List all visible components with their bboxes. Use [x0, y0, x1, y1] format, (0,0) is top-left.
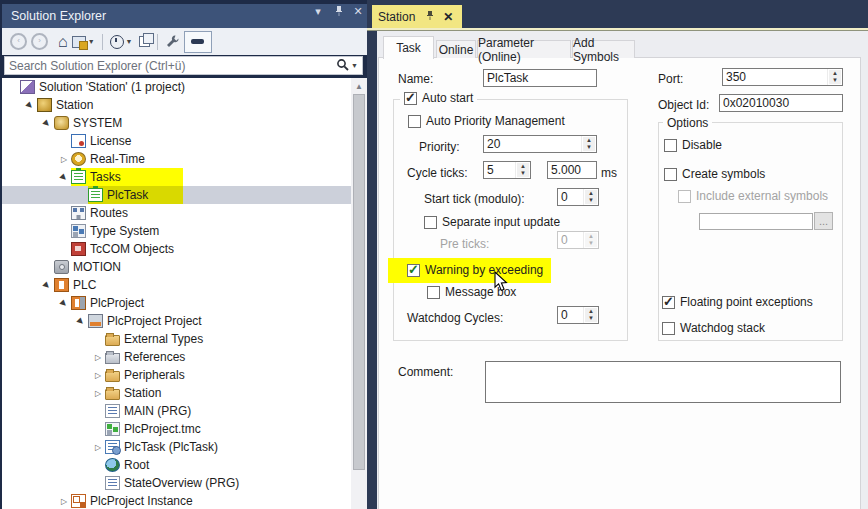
tree-item-stateoverview-prg[interactable]: StateOverview (PRG): [2, 474, 367, 492]
tree-item-plctask[interactable]: PlcTask: [2, 186, 367, 204]
preview-selected-items-toggle[interactable]: [184, 31, 212, 53]
plcproject-icon: [71, 296, 86, 310]
collapse-arrow-icon[interactable]: ▷: [91, 389, 105, 398]
browse-ellipsis-button[interactable]: ...: [814, 212, 833, 230]
tree-item-real-time[interactable]: ▷Real-Time: [2, 150, 367, 168]
external-symbols-input[interactable]: [699, 213, 813, 230]
pin-icon[interactable]: [331, 5, 347, 19]
tree-item-license[interactable]: License: [2, 132, 367, 150]
watchdog-cycles-label: Watchdog Cycles:: [407, 311, 503, 325]
routes-icon: [71, 206, 86, 220]
folder-icon: [105, 335, 120, 346]
document-tab-label: Station: [378, 10, 415, 24]
forward-icon[interactable]: ›: [31, 31, 48, 53]
tab-online[interactable]: Online: [436, 40, 476, 58]
expand-arrow-icon[interactable]: ▶: [73, 313, 89, 329]
tree-item-motion[interactable]: MOTION: [2, 258, 367, 276]
yellow-highlight: PlcTask: [88, 186, 183, 204]
name-input[interactable]: [483, 69, 597, 87]
tree-item-solution[interactable]: Solution 'Station' (1 project): [2, 78, 367, 96]
sync-active-document-icon[interactable]: [139, 31, 150, 53]
scrollbar-thumb[interactable]: [353, 94, 365, 470]
tree-item-external-types[interactable]: External Types: [2, 330, 367, 348]
expand-arrow-icon[interactable]: ▶: [39, 277, 55, 293]
tree-item-peripherals[interactable]: ▷Peripherals: [2, 366, 367, 384]
switch-views-icon[interactable]: ▼: [72, 31, 95, 53]
object-id-input[interactable]: [719, 94, 843, 112]
home-icon[interactable]: ⌂: [58, 31, 68, 53]
pending-changes-filter-icon[interactable]: ▼: [110, 31, 133, 53]
tree-item-tasks[interactable]: ▶Tasks: [2, 168, 367, 186]
motion-icon: [54, 260, 69, 274]
auto-start-checkbox[interactable]: Auto start: [400, 91, 477, 105]
disable-checkbox[interactable]: Disable: [664, 138, 722, 152]
start-tick-label: Start tick (modulo):: [424, 192, 525, 206]
expand-arrow-icon[interactable]: ▶: [56, 295, 72, 311]
document-tab-station[interactable]: Station ✕: [372, 5, 462, 28]
tree-item-plcproject-project[interactable]: ▶PlcProject Project: [2, 312, 367, 330]
collapse-arrow-icon[interactable]: ▷: [91, 443, 105, 452]
comment-input[interactable]: [485, 361, 841, 403]
search-icon[interactable]: [336, 58, 349, 74]
folder-icon: [105, 389, 120, 400]
collapse-arrow-icon[interactable]: ▷: [57, 497, 71, 506]
tree-item-main-prg[interactable]: MAIN (PRG): [2, 402, 367, 420]
tree-item-routes[interactable]: Routes: [2, 204, 367, 222]
back-icon[interactable]: ‹: [10, 31, 27, 53]
tab-pin-icon[interactable]: [425, 10, 435, 24]
tree-item-type-system[interactable]: Type System: [2, 222, 367, 240]
tree-item-root[interactable]: Root: [2, 456, 367, 474]
window-position-chevron-icon[interactable]: ▾: [310, 5, 326, 18]
tree-item-references[interactable]: ▷References: [2, 348, 367, 366]
expand-arrow-icon[interactable]: ▶: [22, 97, 38, 113]
spinner-buttons[interactable]: ▲▼: [827, 69, 842, 85]
collapse-arrow-icon[interactable]: ▷: [57, 155, 71, 164]
expand-arrow-icon[interactable]: ▶: [39, 115, 55, 131]
spinner-buttons[interactable]: ▲▼: [583, 189, 598, 205]
search-box[interactable]: Search Solution Explorer (Ctrl+ü) ▼: [4, 56, 363, 75]
tab-add-symbols[interactable]: Add Symbols: [572, 40, 635, 58]
properties-wrench-icon[interactable]: [165, 31, 180, 53]
watchdog-stack-checkbox[interactable]: Watchdog stack: [662, 321, 765, 335]
mouse-cursor: [494, 271, 509, 295]
toolbar-separator: [102, 34, 103, 50]
priority-stepper[interactable]: 20▲▼: [483, 135, 597, 153]
references-folder-icon: [105, 353, 120, 364]
search-input[interactable]: Search Solution Explorer (Ctrl+ü): [9, 59, 336, 73]
cycle-ticks-label: Cycle ticks:: [407, 166, 468, 180]
watchdog-cycles-stepper[interactable]: 0▲▼: [557, 306, 599, 324]
collapse-arrow-icon[interactable]: ▷: [91, 353, 105, 362]
start-tick-stepper[interactable]: 0▲▼: [557, 188, 599, 206]
spinner-buttons[interactable]: ▲▼: [583, 307, 598, 323]
spinner-buttons[interactable]: ▲▼: [581, 136, 596, 152]
warning-by-exceeding-checkbox[interactable]: Warning by exceeding: [407, 263, 543, 277]
tree-item-plc[interactable]: ▶PLC: [2, 276, 367, 294]
tab-close-icon[interactable]: ✕: [443, 10, 453, 24]
expand-arrow-icon[interactable]: ▶: [56, 169, 72, 185]
search-options-chevron-icon[interactable]: ▼: [351, 62, 358, 69]
close-icon[interactable]: ✕: [350, 5, 366, 18]
scrollbar-up-arrow[interactable]: ▲: [355, 82, 363, 91]
tree-item-station[interactable]: ▶Station: [2, 96, 367, 114]
panel-divider[interactable]: [367, 0, 377, 509]
tree-item-tccom-objects[interactable]: TcCOM Objects: [2, 240, 367, 258]
tccom-icon: [71, 242, 86, 256]
tree-item-plctask-ref[interactable]: ▷PlcTask (PlcTask): [2, 438, 367, 456]
create-symbols-checkbox[interactable]: Create symbols: [664, 167, 765, 181]
priority-label: Priority:: [419, 140, 460, 154]
collapse-arrow-icon[interactable]: ▷: [91, 371, 105, 380]
cycle-time-input[interactable]: [547, 161, 597, 179]
cycle-ticks-stepper[interactable]: 5▲▼: [483, 161, 531, 179]
spinner-buttons[interactable]: ▲▼: [515, 162, 530, 178]
port-stepper[interactable]: 350▲▼: [722, 68, 843, 86]
auto-priority-checkbox[interactable]: Auto Priority Management: [408, 114, 565, 128]
tree-item-plcproject-tmc[interactable]: PlcProject.tmc: [2, 420, 367, 438]
tree-item-plcproject-instance[interactable]: ▷PlcProject Instance: [2, 492, 367, 509]
separate-input-update-checkbox[interactable]: Separate input update: [424, 215, 560, 229]
tree-item-station-folder[interactable]: ▷Station: [2, 384, 367, 402]
tree-item-plcproject[interactable]: ▶PlcProject: [2, 294, 367, 312]
tab-parameter-online[interactable]: Parameter (Online): [477, 40, 571, 58]
floating-point-exceptions-checkbox[interactable]: Floating point exceptions: [662, 295, 813, 309]
tree-item-system[interactable]: ▶SYSTEM: [2, 114, 367, 132]
tab-task[interactable]: Task: [383, 36, 434, 59]
